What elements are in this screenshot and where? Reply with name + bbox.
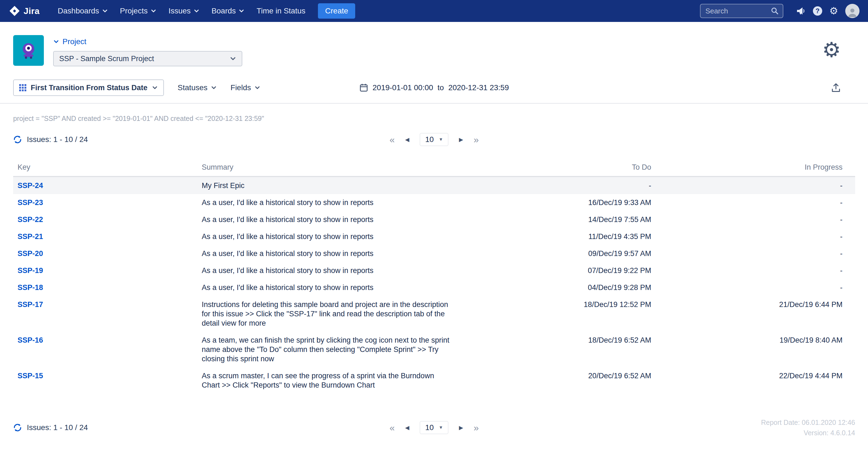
first-page-button[interactable] (390, 135, 395, 144)
admin-settings-icon[interactable] (829, 6, 838, 16)
first-page-button[interactable] (390, 423, 395, 432)
last-page-button[interactable] (474, 135, 479, 144)
inprogress-value: - (656, 194, 855, 211)
report-meta: Report Date: 06.01.2020 12:46 Version: 4… (761, 417, 855, 438)
issues-count-label: Issues: 1 - 10 / 24 (27, 423, 88, 432)
export-button[interactable] (831, 83, 841, 93)
chevron-down-icon (254, 85, 260, 91)
issue-key-link[interactable]: SSP-19 (18, 266, 43, 275)
nav-issues[interactable]: Issues (162, 0, 206, 22)
table-row: SSP-22 As a user, I'd like a historical … (13, 211, 855, 228)
table-row: SSP-20 As a user, I'd like a historical … (13, 245, 855, 262)
issue-key-link[interactable]: SSP-23 (18, 199, 43, 207)
nav-label: Boards (212, 7, 236, 16)
fields-dropdown[interactable]: Fields (230, 83, 260, 92)
todo-value: 18/Dec/19 6:52 AM (458, 332, 656, 367)
issue-key-link[interactable]: SSP-18 (18, 283, 43, 292)
todo-value: 14/Dec/19 7:55 AM (458, 211, 656, 228)
issue-summary: Instructions for deleting this sample bo… (202, 300, 454, 328)
search-icon (771, 7, 779, 15)
project-section-toggle[interactable]: Project (53, 35, 242, 46)
inprogress-value: - (656, 211, 855, 228)
jira-logo-icon (9, 5, 20, 17)
issue-summary: As a user, I'd like a historical story t… (202, 198, 454, 207)
issue-summary: As a scrum master, I can see the progres… (202, 371, 454, 390)
table-row: SSP-19 As a user, I'd like a historical … (13, 262, 855, 279)
issue-summary: As a user, I'd like a historical story t… (202, 249, 454, 258)
nav-dashboards[interactable]: Dashboards (52, 0, 114, 22)
issues-count-label: Issues: 1 - 10 / 24 (27, 135, 88, 144)
next-page-button[interactable] (459, 137, 463, 142)
refresh-icon[interactable] (13, 135, 22, 144)
issues-bar-bottom: Issues: 1 - 10 / 24 10 Report Date: 06.0… (0, 417, 868, 438)
time-in-status-table: Key Summary To Do In Progress SSP-24 My … (13, 159, 855, 394)
project-header: Project SSP - Sample Scrum Project (0, 22, 868, 80)
help-icon[interactable] (813, 6, 822, 16)
page-size-select[interactable]: 10 (420, 421, 449, 434)
issue-key-link[interactable]: SSP-21 (18, 233, 43, 241)
todo-value: 11/Dec/19 4:35 PM (458, 228, 656, 245)
inprogress-value: 21/Dec/19 6:44 PM (656, 296, 855, 332)
refresh-icon[interactable] (13, 423, 22, 432)
top-navbar: Jira Dashboards Projects Issues Boards T… (0, 0, 868, 22)
date-from: 2019-01-01 00:00 (372, 83, 433, 92)
nav-boards[interactable]: Boards (206, 0, 251, 22)
chevron-down-icon (53, 39, 59, 45)
prev-page-button[interactable] (405, 137, 409, 142)
issue-summary: As a user, I'd like a historical story t… (202, 283, 454, 292)
inprogress-value: - (656, 177, 855, 194)
inprogress-value: - (656, 245, 855, 262)
page-size-value: 10 (425, 135, 434, 144)
issue-key-link[interactable]: SSP-16 (18, 336, 43, 344)
page-size-select[interactable]: 10 (420, 133, 449, 146)
table-row: SSP-21 As a user, I'd like a historical … (13, 228, 855, 245)
issue-summary: As a user, I'd like a historical story t… (202, 232, 454, 241)
user-avatar[interactable] (845, 4, 860, 18)
project-select[interactable]: SSP - Sample Scrum Project (53, 51, 242, 66)
project-label: Project (62, 37, 86, 46)
date-to: 2020-12-31 23:59 (448, 83, 509, 92)
export-icon (831, 83, 841, 93)
search-box[interactable] (700, 4, 783, 18)
search-input[interactable] (704, 6, 771, 16)
date-range-picker[interactable]: 2019-01-01 00:00 to 2020-12-31 23:59 (359, 83, 509, 92)
create-button[interactable]: Create (318, 3, 355, 19)
todo-value: 18/Dec/19 12:52 PM (458, 296, 656, 332)
chevron-down-icon (151, 8, 156, 14)
next-page-button[interactable] (459, 425, 463, 430)
date-to-label: to (437, 83, 444, 92)
issue-key-link[interactable]: SSP-15 (18, 372, 43, 380)
chevron-down-icon (230, 55, 236, 62)
table-row: SSP-24 My First Epic - - (13, 177, 855, 194)
last-page-button[interactable] (474, 423, 479, 432)
issue-key-link[interactable]: SSP-24 (18, 181, 43, 190)
table-row: SSP-15 As a scrum master, I can see the … (13, 367, 855, 394)
statuses-dropdown[interactable]: Statuses (178, 83, 217, 92)
todo-value: 04/Dec/19 9:28 PM (458, 279, 656, 296)
jira-home-link[interactable]: Jira (9, 5, 40, 17)
todo-value: 07/Dec/19 9:22 PM (458, 262, 656, 279)
question-mark-icon (813, 6, 822, 16)
nav-label: Issues (168, 7, 191, 16)
report-date: Report Date: 06.01.2020 12:46 (761, 417, 855, 428)
statuses-label: Statuses (178, 83, 208, 92)
chevron-down-icon (211, 85, 217, 91)
report-type-button[interactable]: First Transition From Status Date (13, 80, 164, 96)
issue-summary: As a team, we can finish the sprint by c… (202, 335, 454, 363)
prev-page-button[interactable] (405, 425, 409, 430)
nav-label: Projects (120, 7, 148, 16)
calendar-icon (359, 83, 368, 92)
chevron-down-icon (239, 8, 245, 14)
inprogress-value: - (656, 228, 855, 245)
nav-projects[interactable]: Projects (114, 0, 162, 22)
todo-value: - (458, 177, 656, 194)
announcements-icon[interactable] (796, 6, 806, 16)
issue-key-link[interactable]: SSP-20 (18, 249, 43, 257)
issue-summary: As a user, I'd like a historical story t… (202, 215, 454, 224)
project-avatar (13, 35, 44, 66)
issue-key-link[interactable]: SSP-22 (18, 215, 43, 224)
issue-key-link[interactable]: SSP-17 (18, 300, 43, 309)
nav-time-in-status[interactable]: Time in Status (250, 0, 311, 22)
report-settings-icon[interactable] (822, 39, 841, 60)
dropdown-triangle-icon (439, 425, 443, 430)
